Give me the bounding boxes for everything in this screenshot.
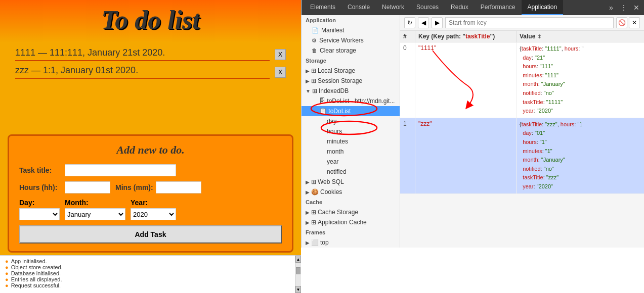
expand-arrow-icon: ▶: [306, 68, 310, 74]
tab-console[interactable]: Console: [341, 0, 376, 15]
sidebar-frames-top[interactable]: ▶ ⬜ top: [302, 237, 400, 248]
row-value-0: {taskTitle: "1111", hours: " day: "21" h…: [517, 42, 644, 118]
list-item: zzz — 1:1, January 01st 2020. X: [15, 65, 286, 79]
devtools-tabbar: Elements Console Network Sources Redux P…: [302, 0, 644, 15]
console-line: ● Entries all displayed.: [5, 276, 289, 282]
row-key-0: "1111": [415, 42, 517, 118]
application-section-header: Application: [302, 15, 400, 25]
form-title: Add new to do.: [19, 143, 282, 157]
month-col: Month: January: [65, 199, 125, 220]
day-col: Day:: [19, 199, 60, 220]
month-select[interactable]: January: [65, 208, 125, 220]
sidebar-indexeddb[interactable]: ▼ ⊞ IndexedDB: [302, 86, 400, 96]
devtools-sidebar: Application 📄 Manifest ⚙ Service Workers…: [302, 15, 400, 248]
app-cache-label: Application Cache: [318, 219, 367, 226]
tab-elements[interactable]: Elements: [304, 0, 341, 15]
cache-section-header: Cache: [302, 197, 400, 207]
close-devtools-icon[interactable]: ✕: [631, 3, 641, 13]
tab-redux[interactable]: Redux: [445, 0, 475, 15]
frames-section-header: Frames: [302, 227, 400, 237]
scroll-up-btn[interactable]: ▲: [295, 256, 301, 263]
todo-list: 1111 — 111:111, January 21st 2020. X zzz…: [0, 42, 301, 132]
expand-arrow-icon: ▶: [306, 210, 310, 215]
task-title-input[interactable]: [65, 164, 176, 176]
back-button[interactable]: ◀: [418, 17, 429, 28]
day-label: Day:: [19, 199, 60, 207]
toolbar-right-buttons: 🚫 ✕: [616, 17, 640, 28]
tab-performance[interactable]: Performance: [475, 0, 522, 15]
expand-arrow-icon: ▶: [306, 179, 310, 185]
forward-button[interactable]: ▶: [432, 17, 443, 28]
row-key-1: "zzz": [415, 118, 517, 193]
mins-input[interactable]: [156, 181, 201, 193]
bullet-icon: ●: [5, 258, 9, 264]
sidebar-field-notified[interactable]: notified: [302, 167, 400, 177]
hours-label: Hours (hh):: [19, 183, 65, 191]
date-row: Day: Month: January Year: 2020: [19, 199, 282, 220]
sort-icon[interactable]: ⬍: [537, 34, 541, 39]
scroll-thumb[interactable]: [296, 267, 300, 274]
hours-input[interactable]: [65, 181, 110, 193]
year-select[interactable]: 2020: [131, 208, 176, 220]
frame-top-label: top: [320, 239, 329, 246]
tab-network[interactable]: Network: [376, 0, 410, 15]
scroll-down-btn[interactable]: ▼: [295, 286, 301, 293]
sidebar-app-cache[interactable]: ▶ ⊞ Application Cache: [302, 217, 400, 227]
cookies-icon: 🍪: [311, 188, 319, 196]
bullet-icon: ●: [5, 264, 9, 270]
table-row: 0 "1111" {taskTitle: "1111", hours: " da…: [400, 42, 644, 118]
expand-arrow-icon: ▶: [306, 220, 310, 225]
frame-icon: ⬜: [311, 239, 319, 246]
sidebar-item-manifest[interactable]: 📄 Manifest: [302, 25, 400, 35]
websql-label: Web SQL: [318, 178, 344, 185]
console-line: ● Database initialised.: [5, 270, 289, 276]
refresh-button[interactable]: ↻: [404, 17, 415, 28]
cookies-label: Cookies: [320, 188, 342, 196]
sidebar-field-month[interactable]: month: [302, 146, 400, 157]
time-row: Hours (hh): Mins (mm):: [19, 181, 282, 193]
sidebar-field-day[interactable]: day: [302, 116, 400, 126]
row-value-1: {taskTitle: "zzz", hours: "1 day: "01" h…: [517, 118, 644, 193]
console-panel: ● App initialised. ● Object store create…: [0, 255, 301, 293]
row-index-0: 0: [400, 42, 415, 118]
bullet-icon: ●: [5, 282, 9, 288]
sidebar-local-storage[interactable]: ▶ ⊞ Local Storage: [302, 66, 400, 76]
sidebar-item-clear-storage[interactable]: 🗑 Clear storage: [302, 45, 400, 56]
bullet-icon: ●: [5, 270, 9, 276]
remove-todo-1-button[interactable]: X: [275, 49, 286, 60]
devtools-menu-icon[interactable]: ⋮: [619, 3, 629, 13]
sidebar-cache-storage[interactable]: ▶ ⊞ Cache Storage: [302, 207, 400, 217]
cache-storage-label: Cache Storage: [318, 209, 358, 216]
devtools-toolbar: ↻ ◀ ▶ 🚫 ✕: [400, 15, 644, 31]
tab-sources[interactable]: Sources: [410, 0, 445, 15]
console-line: ● Request successful.: [5, 282, 289, 288]
add-task-button[interactable]: Add Task: [19, 225, 282, 243]
storage-section-header: Storage: [302, 56, 400, 66]
sidebar-todolist-db[interactable]: 🗄 toDoList - http://mdn.git...: [302, 96, 400, 106]
sidebar-field-hours[interactable]: hours: [302, 126, 400, 136]
sidebar-field-minutes[interactable]: minutes: [302, 136, 400, 146]
clear-button[interactable]: 🚫: [616, 17, 627, 28]
todo-text-2: zzz — 1:1, January 01st 2020.: [15, 65, 270, 79]
search-input[interactable]: [445, 17, 614, 28]
console-text: Database initialised.: [11, 270, 61, 276]
more-tabs-icon[interactable]: »: [606, 3, 616, 13]
tab-application[interactable]: Application: [522, 0, 564, 15]
console-scrollbar[interactable]: ▲ ▼: [295, 256, 301, 293]
app-panel: To do list 1111 — 111:111, January 21st …: [0, 0, 301, 293]
scroll-track[interactable]: [295, 263, 301, 286]
expand-arrow-icon: ▶: [306, 189, 310, 195]
sidebar-cookies[interactable]: ▶ 🍪 Cookies: [302, 187, 400, 197]
remove-todo-2-button[interactable]: X: [275, 67, 286, 78]
manifest-label: Manifest: [321, 27, 344, 34]
sidebar-item-service-workers[interactable]: ⚙ Service Workers: [302, 35, 400, 45]
sidebar-session-storage[interactable]: ▶ ⊞ Session Storage: [302, 76, 400, 86]
sidebar-websql[interactable]: ▶ ⊞ Web SQL: [302, 177, 400, 187]
table-header: # Key (Key path: "taskTitle") Value ⬍: [400, 31, 644, 42]
sidebar-todolist-store[interactable]: 📋 toDoList: [302, 106, 400, 116]
row-index-1: 1: [400, 118, 415, 193]
sidebar-field-year[interactable]: year: [302, 157, 400, 167]
console-text: Request successful.: [11, 282, 61, 288]
delete-button[interactable]: ✕: [629, 17, 640, 28]
day-select[interactable]: [19, 208, 60, 220]
